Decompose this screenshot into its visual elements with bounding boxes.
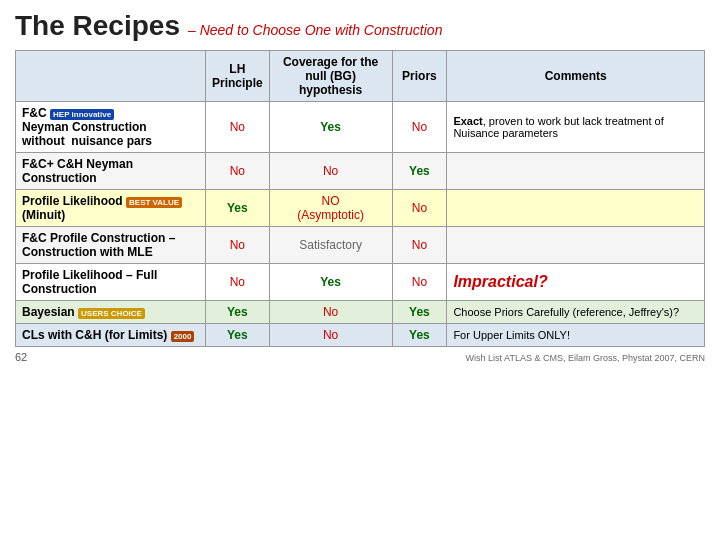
- cell-method: Profile Likelihood – Full Construction: [16, 264, 206, 301]
- cell-comments: [447, 153, 705, 190]
- cell-comments: Choose Priors Carefully (reference, Jeff…: [447, 301, 705, 324]
- cell-lh: No: [206, 153, 270, 190]
- cell-method: CLs with C&H (for Limits) 2000: [16, 324, 206, 347]
- recipes-table: LH Principle Coverage for the null (BG) …: [15, 50, 705, 347]
- page-subtitle: – Need to Choose One with Construction: [188, 22, 442, 38]
- cell-method: F&C+ C&H Neyman Construction: [16, 153, 206, 190]
- cell-priors: Yes: [392, 301, 447, 324]
- cell-comments: [447, 227, 705, 264]
- cell-coverage: No: [269, 324, 392, 347]
- cell-priors: No: [392, 102, 447, 153]
- page-title: The Recipes: [15, 10, 180, 42]
- cell-comments: Impractical?: [447, 264, 705, 301]
- cell-coverage: Yes: [269, 102, 392, 153]
- header-priors: Priors: [392, 51, 447, 102]
- cell-lh: No: [206, 227, 270, 264]
- cell-method: F&C Profile Construction – Construction …: [16, 227, 206, 264]
- cell-priors: No: [392, 264, 447, 301]
- cell-coverage: No: [269, 153, 392, 190]
- cell-priors: No: [392, 190, 447, 227]
- cell-coverage: NO(Asymptotic): [269, 190, 392, 227]
- cell-comments: For Upper Limits ONLY!: [447, 324, 705, 347]
- cell-method: Profile Likelihood BEST VALUE(Minuit): [16, 190, 206, 227]
- header-lh: LH Principle: [206, 51, 270, 102]
- cell-comments: Exact, proven to work but lack treatment…: [447, 102, 705, 153]
- cell-priors: No: [392, 227, 447, 264]
- cell-comments: [447, 190, 705, 227]
- cell-priors: Yes: [392, 324, 447, 347]
- header-method: [16, 51, 206, 102]
- footer-note: Wish List ATLAS & CMS, Eilam Gross, Phys…: [466, 353, 705, 363]
- cell-lh: No: [206, 264, 270, 301]
- cell-method: Bayesian USERS CHOICE: [16, 301, 206, 324]
- cell-coverage: Satisfactory: [269, 227, 392, 264]
- header-coverage: Coverage for the null (BG) hypothesis: [269, 51, 392, 102]
- cell-lh: Yes: [206, 324, 270, 347]
- title-row: The Recipes – Need to Choose One with Co…: [15, 10, 705, 42]
- cell-lh: Yes: [206, 190, 270, 227]
- cell-lh: No: [206, 102, 270, 153]
- page-number: 62: [15, 351, 27, 363]
- cell-lh: Yes: [206, 301, 270, 324]
- cell-coverage: No: [269, 301, 392, 324]
- header-comments: Comments: [447, 51, 705, 102]
- cell-method: F&C HEP innovativeNeyman Constructionwit…: [16, 102, 206, 153]
- cell-coverage: Yes: [269, 264, 392, 301]
- page: The Recipes – Need to Choose One with Co…: [0, 0, 720, 540]
- cell-priors: Yes: [392, 153, 447, 190]
